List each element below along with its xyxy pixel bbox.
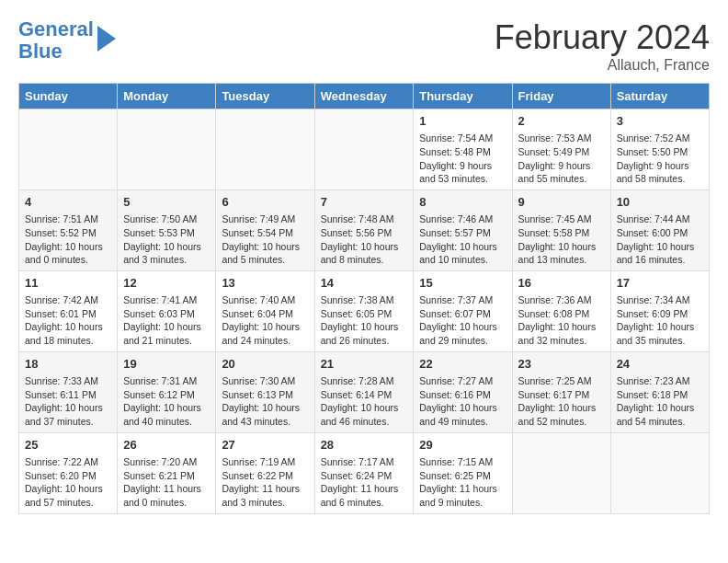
calendar-cell: 28Sunrise: 7:17 AMSunset: 6:24 PMDayligh…	[314, 432, 414, 513]
day-number: 12	[123, 275, 210, 292]
day-number: 20	[222, 356, 308, 373]
weekday-header-row: SundayMondayTuesdayWednesdayThursdayFrid…	[19, 84, 710, 109]
calendar-table: SundayMondayTuesdayWednesdayThursdayFrid…	[18, 83, 710, 514]
day-number: 10	[617, 194, 703, 211]
day-info: Sunrise: 7:27 AMSunset: 6:16 PMDaylight:…	[419, 374, 506, 429]
calendar-cell: 24Sunrise: 7:23 AMSunset: 6:18 PMDayligh…	[610, 351, 709, 432]
calendar-cell	[512, 432, 610, 513]
day-number: 29	[419, 437, 506, 454]
day-number: 25	[25, 437, 111, 454]
calendar-cell: 18Sunrise: 7:33 AMSunset: 6:11 PMDayligh…	[19, 351, 118, 432]
week-row-4: 25Sunrise: 7:22 AMSunset: 6:20 PMDayligh…	[19, 432, 710, 513]
calendar-cell: 9Sunrise: 7:45 AMSunset: 5:58 PMDaylight…	[512, 190, 610, 270]
calendar-cell: 4Sunrise: 7:51 AMSunset: 5:52 PMDaylight…	[19, 190, 118, 270]
day-number: 3	[617, 113, 703, 130]
calendar-cell: 16Sunrise: 7:36 AMSunset: 6:08 PMDayligh…	[512, 270, 610, 351]
calendar-cell: 17Sunrise: 7:34 AMSunset: 6:09 PMDayligh…	[610, 270, 709, 351]
weekday-header-monday: Monday	[118, 84, 216, 109]
calendar-cell: 13Sunrise: 7:40 AMSunset: 6:04 PMDayligh…	[216, 270, 314, 351]
day-info: Sunrise: 7:19 AMSunset: 6:22 PMDaylight:…	[222, 455, 308, 510]
calendar-cell: 12Sunrise: 7:41 AMSunset: 6:03 PMDayligh…	[118, 270, 216, 351]
weekday-header-wednesday: Wednesday	[314, 84, 414, 109]
week-row-0: 1Sunrise: 7:54 AMSunset: 5:48 PMDaylight…	[19, 109, 710, 190]
day-number: 4	[25, 194, 111, 211]
calendar-cell: 7Sunrise: 7:48 AMSunset: 5:56 PMDaylight…	[314, 190, 414, 270]
weekday-header-friday: Friday	[512, 84, 610, 109]
calendar-cell: 20Sunrise: 7:30 AMSunset: 6:13 PMDayligh…	[216, 351, 314, 432]
day-info: Sunrise: 7:15 AMSunset: 6:25 PMDaylight:…	[419, 455, 506, 510]
weekday-header-thursday: Thursday	[414, 84, 512, 109]
title-block: February 2024 Allauch, France	[495, 18, 710, 74]
day-number: 28	[321, 437, 408, 454]
calendar-cell	[314, 109, 414, 190]
day-info: Sunrise: 7:37 AMSunset: 6:07 PMDaylight:…	[419, 293, 506, 348]
day-info: Sunrise: 7:33 AMSunset: 6:11 PMDaylight:…	[25, 374, 111, 429]
day-info: Sunrise: 7:51 AMSunset: 5:52 PMDaylight:…	[25, 213, 111, 267]
day-number: 16	[518, 275, 605, 292]
calendar-cell: 10Sunrise: 7:44 AMSunset: 6:00 PMDayligh…	[610, 190, 709, 270]
day-info: Sunrise: 7:28 AMSunset: 6:14 PMDaylight:…	[321, 374, 408, 429]
calendar-cell: 15Sunrise: 7:37 AMSunset: 6:07 PMDayligh…	[414, 270, 512, 351]
day-number: 26	[123, 437, 210, 454]
calendar-cell: 2Sunrise: 7:53 AMSunset: 5:49 PMDaylight…	[512, 109, 610, 190]
day-info: Sunrise: 7:38 AMSunset: 6:05 PMDaylight:…	[321, 293, 408, 348]
calendar-cell: 14Sunrise: 7:38 AMSunset: 6:05 PMDayligh…	[314, 270, 414, 351]
weekday-header-sunday: Sunday	[19, 84, 118, 109]
calendar-cell: 11Sunrise: 7:42 AMSunset: 6:01 PMDayligh…	[19, 270, 118, 351]
day-info: Sunrise: 7:23 AMSunset: 6:18 PMDaylight:…	[617, 374, 703, 429]
day-info: Sunrise: 7:31 AMSunset: 6:12 PMDaylight:…	[123, 374, 210, 429]
day-info: Sunrise: 7:36 AMSunset: 6:08 PMDaylight:…	[518, 293, 605, 348]
day-number: 17	[617, 275, 703, 292]
day-number: 8	[419, 194, 506, 211]
day-number: 15	[419, 275, 506, 292]
day-info: Sunrise: 7:49 AMSunset: 5:54 PMDaylight:…	[222, 213, 308, 267]
day-info: Sunrise: 7:40 AMSunset: 6:04 PMDaylight:…	[222, 293, 308, 348]
location: Allauch, France	[495, 57, 710, 74]
week-row-2: 11Sunrise: 7:42 AMSunset: 6:01 PMDayligh…	[19, 270, 710, 351]
calendar-cell: 29Sunrise: 7:15 AMSunset: 6:25 PMDayligh…	[414, 432, 512, 513]
logo-blue: Blue	[18, 40, 63, 63]
day-number: 11	[25, 275, 111, 292]
day-number: 23	[518, 356, 605, 373]
day-info: Sunrise: 7:44 AMSunset: 6:00 PMDaylight:…	[617, 213, 703, 267]
weekday-header-tuesday: Tuesday	[216, 84, 314, 109]
day-number: 9	[518, 194, 605, 211]
week-row-3: 18Sunrise: 7:33 AMSunset: 6:11 PMDayligh…	[19, 351, 710, 432]
day-info: Sunrise: 7:41 AMSunset: 6:03 PMDaylight:…	[123, 293, 210, 348]
calendar-cell: 26Sunrise: 7:20 AMSunset: 6:21 PMDayligh…	[118, 432, 216, 513]
day-info: Sunrise: 7:48 AMSunset: 5:56 PMDaylight:…	[321, 213, 408, 267]
day-number: 6	[222, 194, 308, 211]
calendar-cell: 5Sunrise: 7:50 AMSunset: 5:53 PMDaylight…	[118, 190, 216, 270]
day-number: 19	[123, 356, 210, 373]
calendar-cell: 25Sunrise: 7:22 AMSunset: 6:20 PMDayligh…	[19, 432, 118, 513]
day-info: Sunrise: 7:34 AMSunset: 6:09 PMDaylight:…	[617, 293, 703, 348]
day-info: Sunrise: 7:20 AMSunset: 6:21 PMDaylight:…	[123, 455, 210, 510]
logo: General Blue	[18, 18, 116, 63]
day-info: Sunrise: 7:45 AMSunset: 5:58 PMDaylight:…	[518, 213, 605, 267]
day-info: Sunrise: 7:52 AMSunset: 5:50 PMDaylight:…	[617, 132, 703, 186]
logo-text: General Blue	[18, 18, 94, 63]
day-info: Sunrise: 7:25 AMSunset: 6:17 PMDaylight:…	[518, 374, 605, 429]
page-header: General Blue February 2024 Allauch, Fran…	[18, 18, 710, 74]
calendar-cell: 23Sunrise: 7:25 AMSunset: 6:17 PMDayligh…	[512, 351, 610, 432]
day-info: Sunrise: 7:22 AMSunset: 6:20 PMDaylight:…	[25, 455, 111, 510]
day-number: 24	[617, 356, 703, 373]
day-number: 27	[222, 437, 308, 454]
day-info: Sunrise: 7:30 AMSunset: 6:13 PMDaylight:…	[222, 374, 308, 429]
weekday-header-saturday: Saturday	[610, 84, 709, 109]
day-info: Sunrise: 7:53 AMSunset: 5:49 PMDaylight:…	[518, 132, 605, 186]
calendar-cell	[610, 432, 709, 513]
day-number: 7	[321, 194, 408, 211]
calendar-cell	[118, 109, 216, 190]
day-number: 13	[222, 275, 308, 292]
logo-arrow-icon	[97, 26, 116, 52]
calendar-cell	[216, 109, 314, 190]
day-number: 5	[123, 194, 210, 211]
day-number: 18	[25, 356, 111, 373]
calendar-cell: 6Sunrise: 7:49 AMSunset: 5:54 PMDaylight…	[216, 190, 314, 270]
calendar-cell: 27Sunrise: 7:19 AMSunset: 6:22 PMDayligh…	[216, 432, 314, 513]
calendar-cell	[19, 109, 118, 190]
day-number: 14	[321, 275, 408, 292]
day-number: 22	[419, 356, 506, 373]
logo-general: General	[18, 17, 94, 40]
